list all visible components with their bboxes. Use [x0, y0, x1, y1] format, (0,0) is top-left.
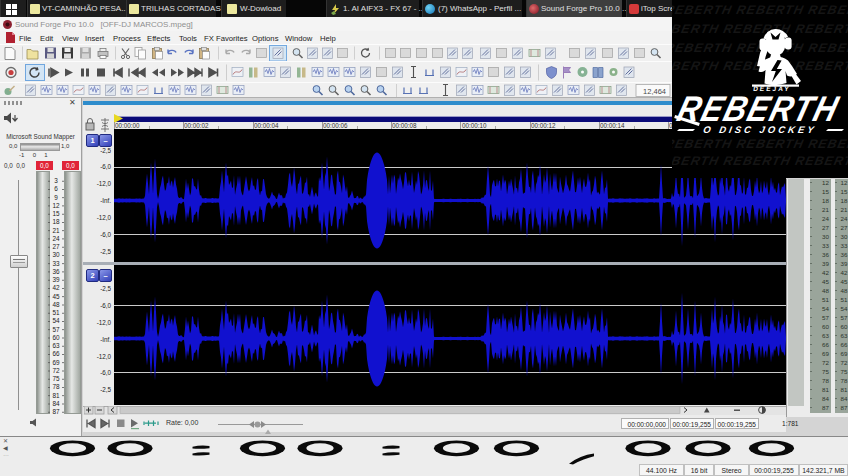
svg-text:33: 33: [841, 242, 848, 249]
svg-text:39: 39: [841, 260, 848, 267]
svg-text:27: 27: [841, 224, 848, 231]
svg-text:87: 87: [822, 404, 829, 411]
svg-text:42: 42: [822, 269, 829, 276]
svg-text:24: 24: [841, 215, 848, 222]
svg-text:51: 51: [822, 296, 829, 303]
svg-text:30: 30: [841, 233, 848, 240]
svg-text:24: 24: [822, 215, 829, 222]
svg-text:48: 48: [841, 287, 848, 294]
svg-text:78: 78: [822, 377, 829, 384]
svg-text:36: 36: [822, 251, 829, 258]
svg-text:54: 54: [841, 305, 848, 312]
svg-text:36: 36: [841, 251, 848, 258]
svg-text:87: 87: [841, 404, 848, 411]
svg-text:75: 75: [841, 368, 848, 375]
svg-text:69: 69: [822, 350, 829, 357]
svg-text:21: 21: [841, 206, 848, 213]
svg-text:60: 60: [841, 323, 848, 330]
svg-text:30: 30: [822, 233, 829, 240]
svg-text:72: 72: [822, 359, 829, 366]
svg-text:15: 15: [822, 188, 829, 195]
svg-text:84: 84: [841, 395, 848, 402]
svg-text:57: 57: [822, 314, 829, 321]
svg-text:66: 66: [841, 341, 848, 348]
svg-text:48: 48: [822, 287, 829, 294]
svg-text:54: 54: [822, 305, 829, 312]
svg-text:72: 72: [841, 359, 848, 366]
svg-text:57: 57: [841, 314, 848, 321]
svg-text:21: 21: [822, 206, 829, 213]
svg-text:84: 84: [822, 395, 829, 402]
svg-text:39: 39: [822, 260, 829, 267]
svg-text:63: 63: [822, 332, 829, 339]
svg-text:42: 42: [841, 269, 848, 276]
svg-text:18: 18: [822, 197, 829, 204]
svg-text:12: 12: [822, 179, 829, 186]
svg-text:33: 33: [822, 242, 829, 249]
svg-text:75: 75: [822, 368, 829, 375]
svg-text:27: 27: [822, 224, 829, 231]
svg-text:45: 45: [822, 278, 829, 285]
svg-text:78: 78: [841, 377, 848, 384]
svg-text:18: 18: [841, 197, 848, 204]
svg-text:60: 60: [822, 323, 829, 330]
svg-text:45: 45: [841, 278, 848, 285]
svg-text:69: 69: [841, 350, 848, 357]
svg-text:66: 66: [822, 341, 829, 348]
svg-text:81: 81: [822, 386, 829, 393]
svg-text:63: 63: [841, 332, 848, 339]
svg-text:12: 12: [841, 179, 848, 186]
svg-text:51: 51: [841, 296, 848, 303]
svg-text:15: 15: [841, 188, 848, 195]
svg-text:81: 81: [841, 386, 848, 393]
